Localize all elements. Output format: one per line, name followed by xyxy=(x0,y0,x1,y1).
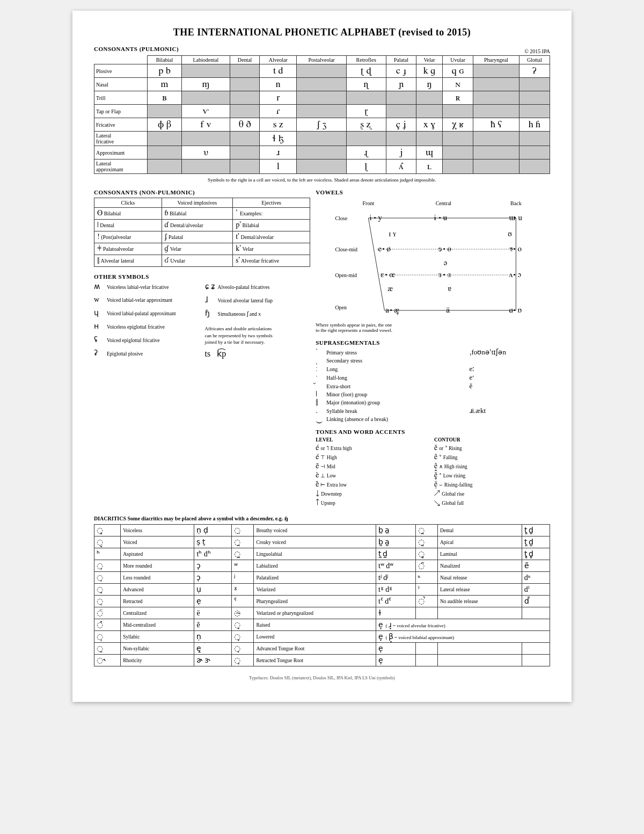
svg-text:ɑ: ɑ xyxy=(509,306,514,314)
diacritics-section: DIACRITICS Some diacritics may be placed… xyxy=(94,516,550,666)
svg-text:•: • xyxy=(439,214,441,222)
col-glottal: Glottal xyxy=(527,57,542,63)
tones-label: TONES AND WORD ACCENTS xyxy=(316,429,550,435)
diac-row-3: ʰ Aspirated tʰ dʰ ◌̼ Linguolabial t̼ d̼ … xyxy=(94,548,550,560)
svg-text:œ: œ xyxy=(390,271,396,279)
svg-text:æ̞: æ̞ xyxy=(394,306,400,315)
tones-contour-header: CONTOUR xyxy=(434,437,550,443)
svg-text:Open-mid: Open-mid xyxy=(335,272,357,278)
svg-text:Front: Front xyxy=(363,200,375,206)
row-plosive: Plosive xyxy=(94,64,148,78)
non-pulmonic-label: CONSONANTS (NON-PULMONIC) xyxy=(94,189,310,195)
other-item-r3: ɧ Simultaneous ʃ and x xyxy=(205,309,311,320)
svg-text:ɜ: ɜ xyxy=(438,271,442,279)
svg-text:o: o xyxy=(518,245,522,253)
svg-text:y: y xyxy=(378,214,382,222)
supra-row-major: ‖ Major (intonation) group xyxy=(316,398,550,407)
col-retroflex: Retroflex xyxy=(356,57,377,63)
np-col-implosives: Voiced implosives xyxy=(162,198,233,208)
tone-high: é ⊤ High xyxy=(316,453,431,461)
tone-falling: ê ˅ Falling xyxy=(434,453,550,461)
vowels-label: VOWELS xyxy=(316,189,550,195)
np-row-5: ‖ Alveolar lateral ʛ Uvular sʼ Alveolar … xyxy=(94,255,310,267)
tone-extra-high: é or ˥ Extra high xyxy=(316,444,431,452)
col-alveolar: Alveolar xyxy=(269,57,288,63)
tone-downstep: ↓ Downstep xyxy=(316,490,431,498)
vowel-note: Where symbols appear in pairs, the one t… xyxy=(316,322,550,333)
diac-row-less-rounded: ◌̜ Less rounded ɔ̜ ʲ Palatalized tʲ dʲ ⁿ… xyxy=(94,572,550,584)
ipa-chart-page: THE INTERNATIONAL PHONETIC ALPHABET (rev… xyxy=(72,11,572,702)
supra-row-primary: ˈ Primary stress ˌfoʊnəˈtɪʃən xyxy=(316,348,550,357)
other-item-2: w Voiced labial-velar approximant xyxy=(94,295,200,306)
tone-high-rising: ê̝ ∧ High rising xyxy=(434,462,550,470)
svg-text:•: • xyxy=(514,245,516,253)
svg-text:•: • xyxy=(514,214,516,222)
diacritics-table: ◌̥ Voiceless ṇ ḍ ◌̤ Breathy voiced b̤ a̤… xyxy=(94,524,550,666)
tones-grid: LEVEL é or ˥ Extra high é ⊤ High ē ⊣ Mid… xyxy=(316,437,550,508)
tone-extra-low: ȅ ⊢ Extra low xyxy=(316,481,431,489)
diac-row-2: ◌̬ Voiced ṣ ṭ ◌̰ Creaky voiced b̰ a̰ ◌̺ … xyxy=(94,536,550,548)
tones-level-header: LEVEL xyxy=(316,437,431,443)
svg-text:Back: Back xyxy=(510,200,522,206)
svg-text:ʉ: ʉ xyxy=(443,214,448,222)
svg-text:ä: ä xyxy=(447,306,450,314)
other-item-5: ʢ Voiced epiglottal fricative xyxy=(94,335,200,346)
diac-row-10: ◌̩ Syllabic ṇ ◌̞ Lowered e̞ ( β̞ = voice… xyxy=(94,631,550,643)
tone-rising: ě or ˅ Rising xyxy=(434,444,550,452)
svg-text:ɨ: ɨ xyxy=(434,214,437,222)
col-dental: Dental xyxy=(238,57,252,63)
svg-text:ɘ: ɘ xyxy=(438,245,442,253)
vowel-diagram: Front Central Back Close Close-mid Open-… xyxy=(316,198,550,321)
tones-level: LEVEL é or ˥ Extra high é ⊤ High ē ⊣ Mid… xyxy=(316,437,431,508)
svg-text:•: • xyxy=(390,307,392,314)
col-uvular: Uvular xyxy=(450,57,465,63)
svg-text:ɞ: ɞ xyxy=(448,271,451,279)
svg-text:•: • xyxy=(443,271,445,279)
svg-text:æ: æ xyxy=(388,285,393,293)
svg-text:ɒ: ɒ xyxy=(518,306,522,314)
col-labiodental: Labiodental xyxy=(193,57,218,63)
col-velar: Velar xyxy=(423,57,435,63)
svg-text:Close: Close xyxy=(335,215,348,221)
svg-text:ɛ: ɛ xyxy=(381,271,384,279)
row-tap: Tap or Flap xyxy=(94,105,148,118)
tones-section: TONES AND WORD ACCENTS LEVEL é or ˥ Extr… xyxy=(316,429,550,508)
diac-row-12: ◌˞ Rhoticity ɚ ɝ ◌̙ Retracted Tongue Roo… xyxy=(94,655,550,666)
svg-line-8 xyxy=(369,218,385,310)
non-pulmonic-section: CONSONANTS (NON-PULMONIC) Clicks Voiced … xyxy=(94,189,310,508)
np-row-4: ǂ Palatoalveolar ɠ Velar kʼ Velar xyxy=(94,243,310,255)
col-pharyngeal: Pharyngeal xyxy=(484,57,508,63)
non-pulmonic-table: Clicks Voiced implosives Ejectives ʘ Bil… xyxy=(94,198,310,267)
supra-row-syllable: . Syllable break ɹi.ækt xyxy=(316,407,550,415)
np-col-clicks: Clicks xyxy=(94,198,162,208)
svg-text:ʊ: ʊ xyxy=(508,230,512,238)
row-trill: Trill xyxy=(94,91,148,105)
vowels-section: VOWELS Front Central Back Close Close-mi… xyxy=(316,189,550,508)
diac-row-11: ◌̯ Non-syllabic ę̯ ◌̘ Advanced Tongue Ro… xyxy=(94,643,550,655)
np-row-3: ! (Post)alveolar ʄ Palatal tʼ Dental/alv… xyxy=(94,231,310,243)
svg-text:u: u xyxy=(518,214,523,222)
page-title: THE INTERNATIONAL PHONETIC ALPHABET (rev… xyxy=(94,27,550,38)
tone-low-rising: ě̞ ˄ Low rising xyxy=(434,472,550,480)
affricates-example: ts k͡p xyxy=(205,349,311,359)
tone-global-fall: ↘ Global fall xyxy=(434,499,550,507)
svg-text:i: i xyxy=(370,214,372,222)
svg-text:e: e xyxy=(378,245,382,253)
supra-row-linking: ‿ Linking (absence of a break) xyxy=(316,415,550,423)
col-bilabial: Bilabial xyxy=(156,57,173,63)
diac-row-8: ◌̈ Centralized ë ◌̴ Velarized or pharyng… xyxy=(94,607,550,619)
supra-table: ˈ Primary stress ˌfoʊnəˈtɪʃən ˌ Secondar… xyxy=(316,348,550,423)
svg-text:•: • xyxy=(383,245,385,253)
pulmonic-footnote: Symbols to the right in a cell are voice… xyxy=(94,177,550,183)
pulmonic-label: CONSONANTS (PULMONIC) xyxy=(94,46,179,52)
row-nasal: Nasal xyxy=(94,78,148,91)
tone-upstep: ↑ Upstep xyxy=(316,499,431,507)
np-row-1: ʘ Bilabial ɓ Bilabial ʼ Examples: xyxy=(94,208,310,220)
svg-text:a: a xyxy=(386,306,390,314)
diac-row-9: ◌̽ Mid-centralized ě ◌̝ Raised e̝ ( ɹ̝ =… xyxy=(94,619,550,631)
footer-note: Typefaces: Doulos SIL (metatext), Doulos… xyxy=(94,675,550,680)
svg-text:•: • xyxy=(374,214,376,222)
affricates-note: Affricates and double articulations can … xyxy=(205,325,311,346)
svg-text:ɐ: ɐ xyxy=(448,285,452,293)
row-lat-fric: Lateralfricative xyxy=(94,132,148,146)
